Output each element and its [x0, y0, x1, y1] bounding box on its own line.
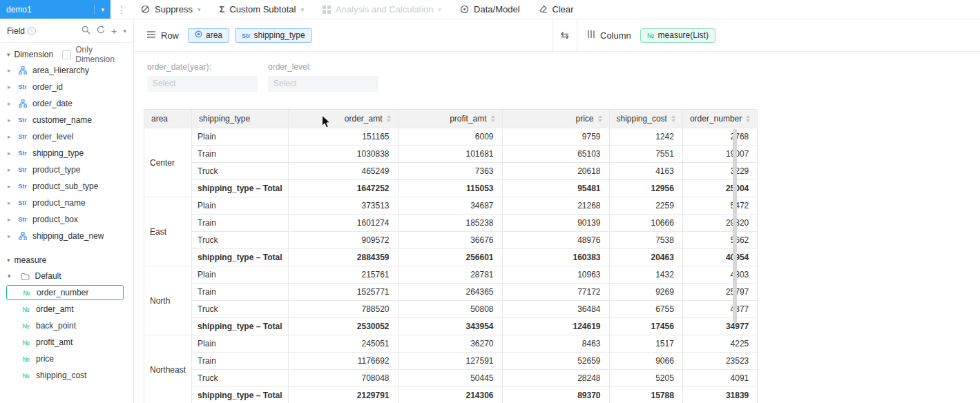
shelf-bar: Row areaStrshipping_type ⇆ Column №measu…: [134, 19, 980, 52]
chevron-down-icon[interactable]: ▾: [7, 51, 10, 58]
column-header-order-amt[interactable]: order_amt: [288, 110, 398, 128]
value-cell: 28781: [398, 266, 502, 284]
total-label-cell: shipping_type – Total: [192, 249, 288, 266]
expand-arrow-icon[interactable]: ▸: [8, 166, 12, 173]
expand-arrow-icon[interactable]: ▸: [8, 183, 12, 190]
value-cell: 50445: [398, 370, 502, 387]
expand-arrow-icon[interactable]: ▸: [8, 100, 12, 107]
hierarchy-icon: [17, 66, 28, 75]
column-header-label: shipping_cost: [617, 114, 667, 124]
dimension-item-order-level[interactable]: ▸Strorder_level: [0, 128, 133, 145]
toolbar-suppress[interactable]: Suppress▾: [141, 4, 200, 14]
column-header-shipping-cost[interactable]: shipping_cost: [609, 110, 682, 128]
dimension-item-product-sub-type[interactable]: ▸Strproduct_sub_type: [0, 178, 133, 195]
area-cell-center: Center: [144, 128, 192, 197]
measure-folder[interactable]: ▾ Default: [0, 268, 133, 284]
suppress-icon: [141, 5, 150, 14]
value-cell: 77172: [502, 284, 609, 301]
measure-item-price[interactable]: №price: [0, 351, 133, 367]
expand-arrow-icon[interactable]: ▸: [8, 199, 12, 206]
kebab-menu-icon[interactable]: ⋮: [111, 0, 133, 19]
dimension-item-order-id[interactable]: ▸Strorder_id: [0, 79, 133, 95]
only-dimension-checkbox[interactable]: [62, 50, 71, 59]
vertical-scrollbar[interactable]: [733, 129, 737, 323]
value-cell: 373513: [288, 197, 398, 215]
chevron-down-icon[interactable]: ▾: [123, 28, 126, 35]
total-value-cell: 256601: [398, 249, 502, 266]
dimension-item-order-date[interactable]: ▸order_date: [0, 95, 133, 112]
add-field-icon[interactable]: +: [111, 26, 117, 36]
measure-item-back-point[interactable]: №back_point: [0, 317, 133, 334]
value-cell: 7551: [609, 146, 682, 163]
dimension-item-shipping-date-new[interactable]: ▸shipping_date_new: [0, 228, 133, 244]
measure-item-shipping-cost[interactable]: №shipping_cost: [0, 367, 133, 384]
column-pill-measure-list[interactable]: №measure(List): [640, 28, 715, 43]
value-cell: 48976: [502, 232, 609, 249]
measure-section-title: measure: [15, 255, 47, 265]
dimension-item-label: order_level: [32, 132, 73, 141]
filter-select-dropdown[interactable]: Select: [268, 76, 378, 92]
filter-select-dropdown[interactable]: Select: [147, 76, 258, 92]
str-icon: Str: [17, 150, 28, 157]
value-cell: 23523: [682, 353, 757, 370]
toolbar-clear[interactable]: Clear: [539, 4, 574, 14]
expand-arrow-icon[interactable]: ▸: [8, 83, 12, 90]
toolbar-data-model[interactable]: Data/Model: [460, 4, 519, 14]
sort-icon[interactable]: [671, 115, 675, 122]
measure-section-header: ▾ measure: [0, 253, 133, 268]
value-cell: 9269: [609, 284, 682, 301]
dataset-selector-button[interactable]: demo1 ▾: [0, 0, 111, 19]
num-icon: №: [20, 306, 32, 313]
str-icon: Str: [242, 30, 251, 40]
field-panel-header: Field i + ▾: [0, 19, 133, 43]
pill-label: shipping_type: [254, 30, 305, 40]
dimension-item-customer-name[interactable]: ▸Strcustomer_name: [0, 112, 133, 128]
measure-item-label: price: [36, 354, 54, 364]
total-value-cell: 343954: [398, 318, 502, 335]
measure-item-order-number[interactable]: №order_number: [6, 285, 124, 300]
sort-icon[interactable]: [491, 115, 495, 122]
total-value-cell: 1647252: [288, 180, 398, 197]
row-pill-area[interactable]: area: [188, 28, 229, 43]
sort-icon[interactable]: [598, 115, 602, 122]
dimension-item-area-hierarchy[interactable]: ▸area_Hierarchy: [0, 62, 133, 79]
column-header-order-number[interactable]: order_number: [682, 110, 757, 128]
sort-icon[interactable]: [746, 115, 750, 122]
sort-icon[interactable]: [387, 115, 391, 122]
expand-arrow-icon[interactable]: ▸: [8, 67, 12, 74]
dimension-item-product-type[interactable]: ▸Strproduct_type: [0, 161, 133, 178]
column-header-label: area: [151, 114, 168, 124]
swap-axes-button[interactable]: ⇆: [553, 19, 577, 51]
column-header-profit-amt[interactable]: profit_amt: [398, 110, 502, 128]
dimension-item-label: shipping_date_new: [32, 231, 104, 241]
table-row: Truck708048504452824852054091: [144, 370, 758, 387]
value-cell: 1176692: [288, 353, 398, 370]
total-value-cell: 25004: [682, 180, 757, 197]
column-header-label: price: [575, 114, 593, 124]
toolbar-item-label: Custom Subtotal: [229, 4, 296, 14]
expand-arrow-icon[interactable]: ▸: [8, 117, 12, 124]
expand-arrow-icon[interactable]: ▸: [8, 133, 12, 140]
dimension-item-product-box[interactable]: ▸Strproduct_box: [0, 211, 133, 228]
column-header-price[interactable]: price: [502, 110, 609, 128]
dimension-item-shipping-type[interactable]: ▸Strshipping_type: [0, 145, 133, 161]
expand-arrow-icon[interactable]: ▸: [8, 216, 12, 223]
row-pill-shipping-type[interactable]: Strshipping_type: [235, 28, 312, 43]
toolbar-custom-subtotal[interactable]: ΣCustom Subtotal▾: [219, 4, 303, 14]
row-shelf: Row areaStrshipping_type: [134, 19, 553, 51]
value-cell: 9066: [609, 353, 682, 370]
dimension-item-product-name[interactable]: ▸Strproduct_name: [0, 195, 133, 211]
value-cell: 25797: [682, 284, 757, 301]
search-icon[interactable]: [81, 26, 90, 37]
measure-item-label: profit_amt: [36, 337, 73, 347]
value-cell: 4225: [682, 335, 757, 353]
refresh-icon[interactable]: [97, 26, 105, 36]
expand-arrow-icon[interactable]: ▸: [8, 233, 12, 239]
value-cell: 90139: [502, 215, 609, 232]
table-row: Truck46524973632061841633229: [144, 163, 758, 180]
measure-item-profit-amt[interactable]: №profit_amt: [0, 334, 133, 351]
expand-arrow-icon[interactable]: ▸: [8, 150, 12, 157]
measure-item-order-amt[interactable]: №order_amt: [0, 301, 133, 317]
value-cell: 151165: [288, 128, 398, 146]
chevron-down-icon[interactable]: ▾: [7, 257, 10, 264]
